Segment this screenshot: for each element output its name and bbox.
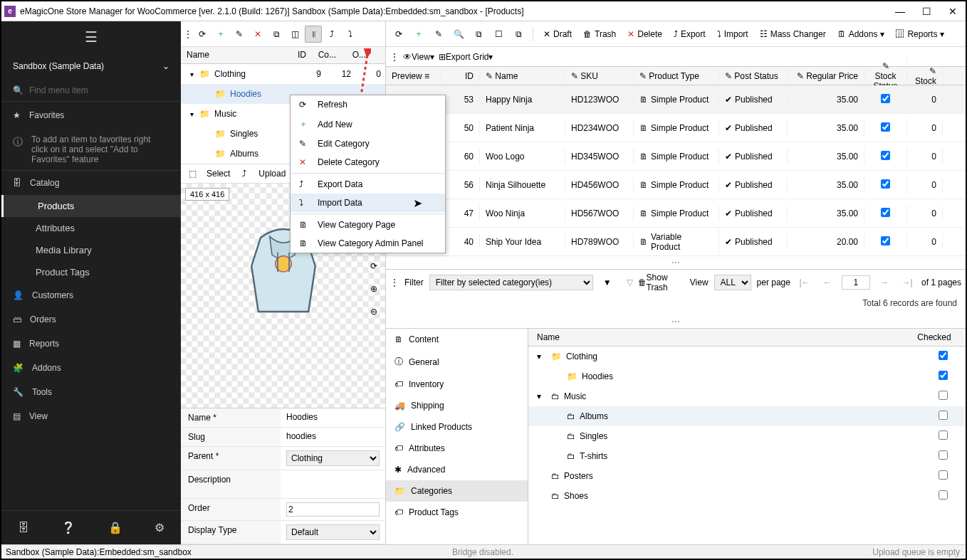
ctx-edit-category[interactable]: ✎Edit Category [291,134,445,153]
sidebar-item-favorites[interactable]: ★Favorites [1,102,181,129]
mass-changer-button[interactable]: ☷Mass Changer [756,27,830,41]
zoom-in-icon[interactable]: ⊕ [365,280,382,297]
next-page-icon[interactable]: → [876,274,893,291]
prev-page-icon[interactable]: ← [819,274,836,291]
tab-general[interactable]: ⓘGeneral [386,350,528,374]
table-row[interactable]: 53 Happy Ninja HD123WOO 🗎 Simple Product… [386,85,966,114]
sidebar-item-addons[interactable]: 🧩Addons [1,356,181,380]
stock-checkbox[interactable] [881,236,890,245]
tab-linked-products[interactable]: 🔗Linked Products [386,416,528,438]
col-post-status[interactable]: ✎ Post Status [719,68,788,84]
import-cat-button[interactable]: ⤵ [342,26,359,43]
ctx-import-data[interactable]: ⤵Import Data [291,194,445,212]
addons-button[interactable]: 🗓Addons▾ [833,27,889,41]
table-row[interactable]: 40 Ship Your Idea HD789WOO 🗎 Variable Pr… [386,228,966,256]
order-input[interactable] [286,502,380,517]
ellipsis-icon[interactable]: ⋯ [386,315,966,328]
category-row[interactable]: 🗀Shoes [528,486,966,506]
stock-checkbox[interactable] [881,151,890,160]
category-checkbox[interactable] [939,430,948,440]
category-checkbox[interactable] [939,470,948,480]
slug-value[interactable]: hoodies [281,428,385,446]
sidebar-sub-products[interactable]: Products [1,195,181,217]
ctx-add-new[interactable]: ＋Add New [291,114,445,134]
category-row[interactable]: ▾🗀Music [528,386,966,406]
add-button[interactable]: ＋ [212,26,229,43]
stock-checkbox[interactable] [881,208,890,217]
clear-filter-icon[interactable]: ▽ [622,274,639,291]
name-value[interactable]: Hoodies [281,408,385,427]
sidebar-sub-attributes[interactable]: Attributes [1,217,181,239]
category-checkbox[interactable] [939,371,948,380]
refresh-grid-icon[interactable]: ⟳ [390,26,407,43]
database-selector[interactable]: Sandbox (Sample Data)⌄ [1,53,181,80]
tab-content[interactable]: 🗎Content [386,329,528,350]
draft-button[interactable]: ✕Draft [539,27,576,41]
ctx-refresh[interactable]: ⟳Refresh [291,95,445,114]
table-row[interactable]: 50 Patient Ninja HD234WOO 🗎 Simple Produ… [386,114,966,142]
copy-button[interactable]: ⧉ [268,26,285,43]
col-name[interactable]: ✎ Name [480,68,565,84]
delete-button[interactable]: ✕ [249,26,266,43]
category-checkbox[interactable] [939,490,948,500]
tree-row[interactable]: ▾📁Clothing9120 [181,64,385,84]
view-dropdown[interactable]: 👁View▾ [403,52,434,62]
sidebar-sub-media[interactable]: Media Library [1,239,181,261]
col-id[interactable]: ID [281,47,310,63]
page-input[interactable] [842,275,870,290]
first-page-icon[interactable]: |← [796,274,813,291]
tab-inventory[interactable]: 🏷Inventory [386,374,528,395]
view-all-select[interactable]: ALL [714,275,751,290]
tab-attributes[interactable]: 🏷Attributes [386,438,528,459]
export-cat-button[interactable]: ⤴ [323,26,340,43]
category-row[interactable]: 🗀T-shirts [528,446,966,466]
expand-icon[interactable]: ▾ [187,70,197,78]
ctx-view-category-admin-panel[interactable]: 🗎View Category Admin Panel [291,234,445,253]
help-icon[interactable]: ❔ [61,521,75,534]
reports-button[interactable]: ⿲Reports▾ [892,27,948,41]
category-checkbox[interactable] [939,450,948,460]
ellipsis-icon[interactable]: ⋯ [386,256,966,269]
select-img-icon[interactable]: ⬚ [184,165,201,182]
category-row[interactable]: 🗀Albums [528,406,966,426]
cattree-col-checked[interactable]: Checked [911,332,957,342]
minimize-button[interactable]: — [895,6,905,17]
tab-product-tags[interactable]: 🏷Product Tags [386,502,528,523]
parent-select[interactable]: Clothing [286,450,380,466]
lock-icon[interactable]: 🔒 [108,521,122,534]
tab-advanced[interactable]: ✱Advanced [386,459,528,480]
stock-checkbox[interactable] [881,179,890,189]
edit-product-icon[interactable]: ✎ [430,26,447,43]
expand-icon[interactable]: ▾ [537,352,547,361]
multi-icon[interactable]: ⧉ [510,26,527,43]
delete-prod-button[interactable]: ✕Delete [623,27,667,41]
db-icon[interactable]: 🗄 [18,522,29,534]
cattree-col-name[interactable]: Name [537,332,911,342]
last-page-icon[interactable]: →| [899,274,916,291]
drag-handle-icon[interactable]: ⋮ [390,52,399,62]
export-button[interactable]: ⤴Export [669,27,710,41]
expand-button[interactable]: ◫ [286,26,303,43]
drag-handle-icon[interactable]: ⋮ [184,29,192,39]
col-product-type[interactable]: ✎ Product Type [634,68,719,84]
display-type-select[interactable]: Default [286,524,380,540]
copy2-icon[interactable]: ☐ [490,26,507,43]
ctx-view-category-page[interactable]: 🗎View Category Page [291,216,445,234]
tab-categories[interactable]: 📁Categories [386,480,528,502]
expand-icon[interactable]: ▾ [187,110,197,118]
sidebar-sub-product-tags[interactable]: Product Tags [1,261,181,283]
export-grid-dropdown[interactable]: ⊞Export Grid▾ [439,52,493,62]
category-checkbox[interactable] [939,391,948,400]
sidebar-item-customers[interactable]: 👤Customers [1,283,181,307]
columns-button[interactable]: ⫴ [305,26,322,43]
sidebar-item-orders[interactable]: 🗃Orders [1,307,181,332]
sidebar-item-reports[interactable]: ▦Reports [1,332,181,356]
clone-icon[interactable]: ⧉ [470,26,487,43]
search-product-icon[interactable]: 🔍 [450,26,467,43]
tab-shipping[interactable]: 🚚Shipping [386,395,528,416]
sidebar-item-tools[interactable]: 🔧Tools [1,380,181,404]
maximize-button[interactable]: ☐ [922,6,931,17]
desc-value[interactable] [281,470,385,498]
select-label[interactable]: Select [207,169,230,179]
col-co[interactable]: Co... [310,47,340,63]
